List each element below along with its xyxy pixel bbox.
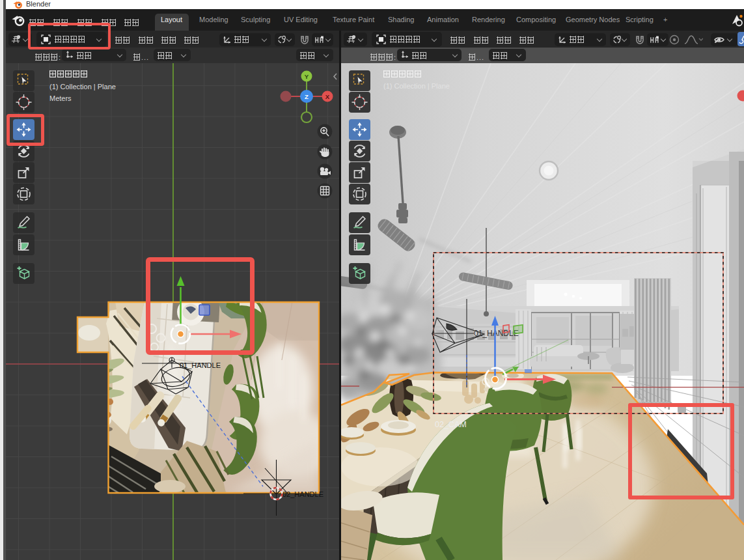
- svg-text:(1) Collection | Plane: (1) Collection | Plane: [49, 83, 116, 91]
- svg-text:(1) Collection | Plane: (1) Collection | Plane: [383, 82, 450, 90]
- svg-text:Meters: Meters: [49, 94, 72, 102]
- svg-text:01_HANDLE: 01_HANDLE: [180, 361, 221, 369]
- svg-text:01_HANDLE: 01_HANDLE: [474, 329, 519, 338]
- svg-text:Z: Z: [305, 93, 309, 100]
- svg-text:02_HANDLE: 02_HANDLE: [282, 490, 324, 498]
- svg-text:Y: Y: [305, 73, 309, 80]
- svg-text:X: X: [325, 93, 330, 100]
- svg-text:02_CAM: 02_CAM: [435, 420, 467, 429]
